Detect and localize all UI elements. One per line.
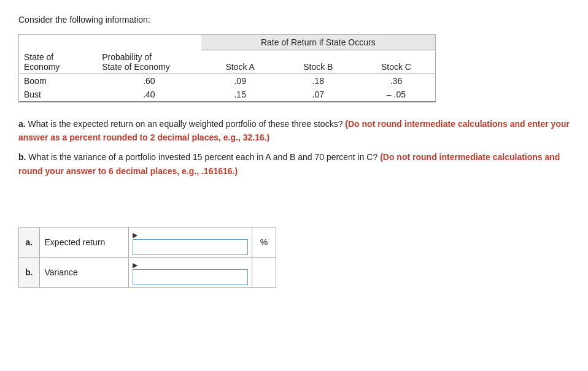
answer-b-unit xyxy=(252,258,276,288)
question-a: a. What is the expected return on an equ… xyxy=(18,117,570,145)
state-col-header: State of Economy xyxy=(19,50,97,74)
stock-c-header: Stock C xyxy=(357,50,435,74)
probability-col-header: Probability of State of Economy xyxy=(97,50,201,74)
state-boom: Boom xyxy=(19,74,97,88)
answer-a-label: a. xyxy=(19,228,40,258)
prob-boom: .60 xyxy=(97,74,201,88)
questions-section: a. What is the expected return on an equ… xyxy=(18,117,570,178)
empty-header xyxy=(19,35,201,50)
stock-b-header: Stock B xyxy=(279,50,357,74)
question-a-prefix: a. xyxy=(18,119,26,129)
answer-a-field-label: Expected return xyxy=(39,228,128,258)
question-b-prefix: b. xyxy=(18,152,26,162)
variance-input[interactable] xyxy=(133,269,248,285)
stock-c-bust: – .05 xyxy=(357,88,435,101)
answer-a-unit: % xyxy=(252,228,276,258)
stock-a-boom: .09 xyxy=(201,74,279,88)
answer-table: a. Expected return ▶ % b. Variance ▶ xyxy=(18,227,276,288)
table-row: Bust .40 .15 .07 – .05 xyxy=(19,88,435,101)
answer-row-b: b. Variance ▶ xyxy=(19,258,276,288)
answer-b-input-cell[interactable]: ▶ xyxy=(128,258,252,288)
answer-b-label: b. xyxy=(19,258,40,288)
stock-c-boom: .36 xyxy=(357,74,435,88)
answer-b-field-label: Variance xyxy=(39,258,128,288)
state-bust: Bust xyxy=(19,88,97,101)
rate-of-return-header: Rate of Return if State Occurs xyxy=(201,35,435,50)
question-b-body: What is the variance of a portfolio inve… xyxy=(28,152,377,162)
prob-bust: .40 xyxy=(97,88,201,101)
stock-b-bust: .07 xyxy=(279,88,357,101)
data-table: Rate of Return if State Occurs State of … xyxy=(19,35,435,101)
intro-text: Consider the following information: xyxy=(18,15,570,25)
data-table-wrapper: Rate of Return if State Occurs State of … xyxy=(18,34,436,102)
expected-return-input[interactable] xyxy=(133,239,248,255)
question-b: b. What is the variance of a portfolio i… xyxy=(18,150,570,178)
stock-a-header: Stock A xyxy=(201,50,279,74)
stock-a-bust: .15 xyxy=(201,88,279,101)
table-row: Boom .60 .09 .18 .36 xyxy=(19,74,435,88)
stock-b-boom: .18 xyxy=(279,74,357,88)
question-a-body: What is the expected return on an equall… xyxy=(28,119,343,129)
answer-a-input-cell[interactable]: ▶ xyxy=(128,228,252,258)
arrow-indicator-a: ▶ xyxy=(133,231,137,239)
arrow-indicator-b: ▶ xyxy=(133,261,137,269)
answer-table-wrapper: a. Expected return ▶ % b. Variance ▶ xyxy=(18,227,276,288)
answer-row-a: a. Expected return ▶ % xyxy=(19,228,276,258)
